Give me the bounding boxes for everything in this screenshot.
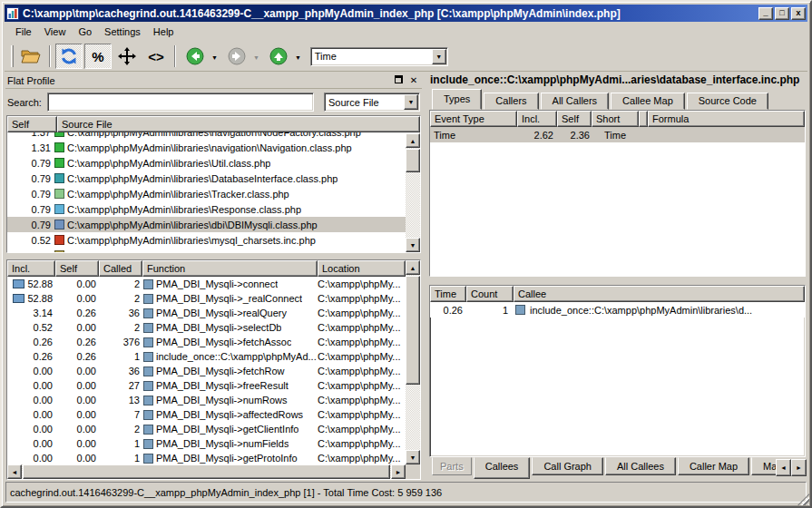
scrollbar-thumb[interactable]	[406, 276, 420, 385]
list-item[interactable]: 0.79 C:\xampp\phpMyAdmin\libraries\Util.…	[7, 155, 406, 171]
forward-button[interactable]	[223, 44, 250, 69]
function-table-hscrollbar[interactable]: ◄ ►	[7, 464, 406, 479]
table-row[interactable]: 0.00 0.00 1 PMA_DBI_Mysqli->numFields C:…	[7, 436, 406, 451]
title-bar[interactable]: C:\xampp\tmp\cachegrind.out.1416463299-C…	[5, 5, 807, 22]
source-file-path: C:\xampp\phpMyAdmin\libraries\navigation…	[67, 132, 361, 138]
column-header-location[interactable]: Location	[318, 260, 406, 277]
maximize-button[interactable]: □	[775, 7, 789, 20]
scrollbar-thumb[interactable]	[406, 149, 420, 172]
main-splitter[interactable]	[422, 73, 428, 480]
tab[interactable]: Call Graph	[532, 457, 603, 475]
column-header-spacer[interactable]	[639, 111, 648, 127]
table-row[interactable]: 0.26 0.26 376 PMA_DBI_Mysqli->fetchAssoc…	[7, 335, 406, 349]
close-button[interactable]: x	[791, 7, 806, 20]
scroll-down-icon[interactable]: ▼	[406, 238, 420, 252]
file-list-vscrollbar[interactable]: ▲ ▼	[406, 133, 420, 252]
column-header-event-type[interactable]: Event Type	[430, 111, 517, 127]
grouping-combo[interactable]: Source File ▼	[324, 93, 420, 112]
table-row[interactable]: Time 2.62 2.36 Time	[430, 127, 805, 142]
tab[interactable]: All Callers	[541, 93, 610, 110]
column-header-self[interactable]: Self	[55, 260, 99, 277]
tab[interactable]: All Callees	[605, 457, 676, 475]
scroll-right-icon[interactable]: ►	[391, 464, 406, 479]
column-header-short[interactable]: Short	[592, 111, 639, 127]
list-item[interactable]: 0.79 C:\xampp\phpMyAdmin\libraries\Respo…	[7, 201, 406, 217]
list-item[interactable]: 0.79 C:\xampp\phpMyAdmin\libraries\dbi\D…	[7, 217, 406, 232]
status-text: cachegrind.out.1416463299-C__xampp_phpMy…	[10, 487, 442, 498]
table-row[interactable]: 0.26 0.26 1 include_once::C:\xampp\phpMy…	[7, 349, 406, 364]
table-row[interactable]: 0.00 0.00 13 PMA_DBI_Mysqli->numRows C:\…	[7, 393, 406, 407]
column-header-called[interactable]: Called	[99, 260, 142, 277]
tab[interactable]: Callees	[474, 457, 531, 479]
list-item[interactable]: 0.52 C:\xampp\phpMyAdmin\libraries\user_…	[7, 248, 406, 252]
scroll-right-icon[interactable]: ►	[791, 459, 807, 476]
menu-item[interactable]: File	[9, 24, 38, 40]
minimize-button[interactable]: _	[758, 7, 773, 20]
percent-button[interactable]: %	[84, 44, 112, 69]
tab[interactable]: Parts	[432, 457, 472, 475]
back-dropdown-arrow[interactable]: ▼	[211, 54, 218, 61]
cycle-detection-button[interactable]	[55, 44, 83, 69]
table-row[interactable]: 0.26 1 include_once::C:\xampp\phpMyAdmin…	[430, 302, 805, 318]
cost-color-icon	[54, 235, 64, 245]
tab[interactable]: Types	[432, 89, 482, 110]
column-header-self[interactable]: Self	[7, 116, 57, 132]
table-row[interactable]: 0.00 0.00 2 PMA_DBI_Mysqli->getClientInf…	[7, 422, 406, 436]
menu-item[interactable]: Help	[147, 24, 181, 40]
column-header-incl[interactable]: Incl.	[7, 260, 55, 277]
dock-close-button[interactable]: ✕	[407, 74, 420, 86]
column-header-source-file[interactable]: Source File	[57, 116, 420, 132]
column-header-incl[interactable]: Incl.	[517, 111, 557, 127]
open-file-button[interactable]	[17, 44, 44, 69]
table-row[interactable]: 0.00 0.00 36 PMA_DBI_Mysqli->fetchRow C:…	[7, 364, 406, 378]
tab[interactable]: Callee Map	[611, 93, 685, 110]
table-row[interactable]: 0.00 0.00 1 PMA_DBI_Mysqli->getProtoInfo…	[7, 451, 406, 464]
dock-title-bar[interactable]: Flat Profile ✕	[5, 73, 422, 89]
toolbar-grip[interactable]	[11, 45, 14, 67]
column-header-callee[interactable]: Callee	[514, 286, 805, 302]
scroll-up-icon[interactable]: ▲	[406, 133, 420, 148]
list-item[interactable]: 1.31 C:\xampp\phpMyAdmin\libraries\navig…	[7, 140, 406, 155]
column-header-time[interactable]: Time	[430, 286, 466, 302]
column-header-self[interactable]: Self	[557, 111, 592, 127]
function-table-vscrollbar[interactable]: ▲ ▼	[406, 260, 420, 464]
scroll-up-icon[interactable]: ▲	[406, 260, 420, 275]
search-input[interactable]	[47, 93, 314, 112]
dock-splitter[interactable]	[5, 253, 422, 259]
detail-splitter[interactable]	[428, 277, 807, 285]
scroll-left-icon[interactable]: ◄	[776, 459, 791, 476]
scroll-down-icon[interactable]: ▼	[406, 450, 420, 464]
called-count: 1	[99, 438, 142, 449]
scroll-left-icon[interactable]: ◄	[7, 464, 22, 479]
dock-float-button[interactable]	[392, 74, 405, 86]
table-row[interactable]: 52.88 0.00 2 PMA_DBI_Mysqli->connect C:\…	[7, 277, 406, 291]
event-type-combo[interactable]: Time ▼	[310, 47, 448, 66]
menu-item[interactable]: Settings	[98, 24, 147, 40]
scrollbar-thumb[interactable]	[23, 464, 390, 479]
table-row[interactable]: 0.52 0.00 2 PMA_DBI_Mysqli->selectDb C:\…	[7, 320, 406, 335]
up-dropdown-arrow[interactable]: ▼	[295, 54, 301, 61]
table-row[interactable]: 0.00 0.00 7 PMA_DBI_Mysqli->affectedRows…	[7, 407, 406, 422]
list-item[interactable]: 1.37 C:\xampp\phpMyAdmin\libraries\navig…	[7, 132, 406, 140]
column-header-formula[interactable]: Formula	[648, 111, 805, 127]
column-header-count[interactable]: Count	[466, 286, 514, 302]
up-button[interactable]	[265, 44, 292, 69]
tab[interactable]: Callers	[484, 93, 538, 110]
chevron-down-icon[interactable]: ▼	[432, 49, 446, 64]
function-name: PMA_DBI_Mysqli->realQuery	[156, 308, 287, 318]
table-row[interactable]: 0.00 0.00 27 PMA_DBI_Mysqli->freeResult …	[7, 378, 406, 393]
list-item[interactable]: 0.79 C:\xampp\phpMyAdmin\libraries\Datab…	[7, 171, 406, 186]
expand-cost-button[interactable]	[113, 44, 141, 69]
list-item[interactable]: 0.79 C:\xampp\phpMyAdmin\libraries\Track…	[7, 186, 406, 201]
column-header-function[interactable]: Function	[142, 260, 318, 277]
menu-item[interactable]: Go	[72, 24, 98, 40]
menu-item[interactable]: View	[38, 24, 73, 40]
table-row[interactable]: 3.14 0.26 36 PMA_DBI_Mysqli->realQuery C…	[7, 306, 406, 320]
tab[interactable]: Caller Map	[678, 457, 749, 475]
table-row[interactable]: 52.88 0.00 2 PMA_DBI_Mysqli->_realConnec…	[7, 291, 406, 306]
tab[interactable]: Source Code	[687, 93, 768, 110]
back-button[interactable]	[181, 44, 209, 69]
chevron-down-icon[interactable]: ▼	[404, 94, 418, 110]
list-item[interactable]: 0.52 C:\xampp\phpMyAdmin\libraries\mysql…	[7, 232, 406, 248]
relative-cost-button[interactable]: <>	[142, 44, 170, 69]
